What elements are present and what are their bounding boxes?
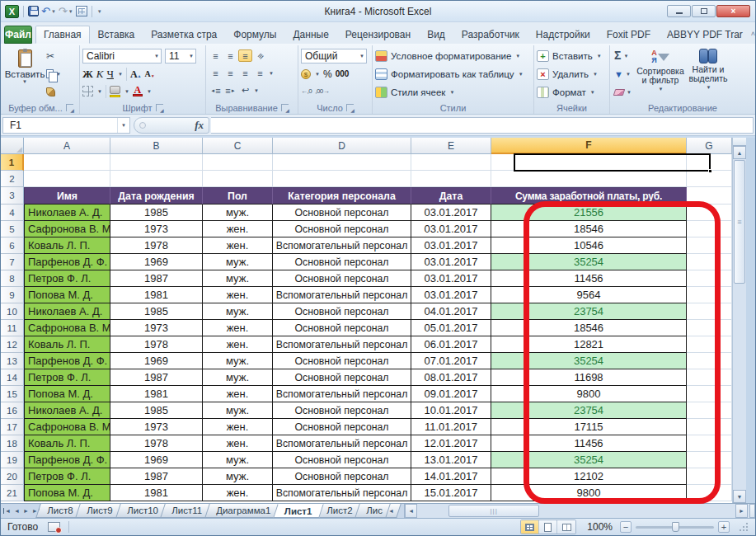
number-format-select[interactable]: Общий▼ (301, 49, 367, 63)
cell-salary[interactable]: 35254 (491, 254, 687, 270)
cell-birth-year[interactable]: 1973 (110, 320, 203, 336)
header-salary[interactable]: Сумма заработной платы, руб. (491, 187, 687, 205)
cell-empty[interactable] (687, 287, 732, 303)
cell-gender[interactable]: жен. (203, 435, 273, 452)
ribbon-tab[interactable]: Формулы (225, 26, 284, 44)
macro-record-icon[interactable] (48, 522, 60, 532)
cell-gender[interactable]: муж. (203, 303, 273, 320)
cell-gender[interactable]: жен. (203, 485, 273, 501)
maximize-button[interactable] (692, 5, 716, 17)
cell-date[interactable]: 03.01.2017 (411, 221, 491, 237)
cell-salary[interactable]: 18546 (491, 221, 687, 237)
cell-salary[interactable]: 10546 (491, 237, 687, 254)
row-header[interactable]: 21 (1, 485, 24, 501)
header-gender[interactable]: Пол (203, 187, 273, 205)
cell-birth-year[interactable]: 1985 (110, 402, 203, 419)
cell-empty[interactable] (687, 187, 732, 205)
cell-name[interactable]: Коваль Л. П. (24, 237, 110, 254)
align-center-button[interactable]: ≡ (223, 67, 237, 79)
cell-date[interactable]: 05.01.2017 (411, 320, 491, 336)
cell-category[interactable]: Основной персонал (273, 419, 411, 435)
undo-button[interactable]: ↶▼ (41, 5, 56, 17)
row-header[interactable]: 14 (1, 369, 24, 386)
zoom-slider[interactable] (636, 526, 714, 529)
cell-category[interactable]: Вспомогательный персонал (273, 336, 411, 353)
normal-view-button[interactable] (521, 520, 539, 534)
paste-button[interactable]: Вставить ▼ (5, 47, 45, 101)
row-header[interactable]: 8 (1, 270, 24, 287)
cell-salary[interactable]: 21556 (491, 205, 687, 221)
horizontal-scrollbar[interactable]: ◄ ||| ► (404, 504, 755, 518)
cell-salary[interactable]: 23754 (491, 303, 687, 320)
minimize-button[interactable] (667, 5, 691, 17)
header-category[interactable]: Категория персонала (273, 187, 411, 205)
cell-date[interactable]: 03.01.2017 (411, 205, 491, 221)
decrease-decimal-button[interactable]: ,00→ (315, 87, 329, 95)
row-header[interactable]: 17 (1, 419, 24, 435)
zoom-slider-thumb[interactable] (672, 522, 679, 532)
cell-salary[interactable]: 11456 (491, 270, 687, 287)
cell-empty[interactable] (687, 435, 732, 452)
row-header[interactable]: 10 (1, 303, 24, 320)
row-header[interactable]: 2 (1, 171, 24, 187)
cell-date[interactable]: 14.01.2017 (411, 468, 491, 485)
cell-gender[interactable]: муж. (203, 402, 273, 419)
fx-icon[interactable]: fx (195, 119, 204, 132)
row-header[interactable]: 12 (1, 336, 24, 353)
collapse-ribbon-icon[interactable]: ˄ (751, 30, 755, 38)
cell-category[interactable]: Вспомогательный персонал (273, 485, 411, 501)
cell-name[interactable]: Коваль Л. П. (24, 435, 110, 452)
cell-empty[interactable] (687, 237, 732, 254)
currency-format-icon[interactable]: $ (301, 69, 311, 79)
cell-empty[interactable] (203, 154, 273, 171)
cell-empty[interactable] (110, 154, 203, 171)
cell-date[interactable]: 03.01.2017 (411, 270, 491, 287)
cell-empty[interactable] (687, 254, 732, 270)
column-header-g[interactable]: G (687, 138, 732, 154)
row-header[interactable]: 5 (1, 221, 24, 237)
cell-birth-year[interactable]: 1981 (110, 386, 203, 402)
page-layout-view-button[interactable] (539, 520, 557, 534)
row-header[interactable]: 4 (1, 205, 24, 221)
name-box[interactable]: F1 ▼ (2, 117, 130, 134)
cell-empty[interactable] (687, 320, 732, 336)
cell-date[interactable]: 09.01.2017 (411, 386, 491, 402)
fill-button[interactable]: ▼▼ (614, 68, 632, 80)
cell-salary[interactable]: 9800 (491, 485, 687, 501)
underline-button[interactable]: Ч (107, 68, 114, 81)
cell-gender[interactable]: муж. (203, 369, 273, 386)
cell-name[interactable]: Парфенов Д. Ф. (24, 254, 110, 270)
cells-menu-button[interactable]: Формат ▼ (537, 84, 607, 101)
cell-date[interactable]: 04.01.2017 (411, 303, 491, 320)
cell-birth-year[interactable]: 1987 (110, 468, 203, 485)
cut-button[interactable]: ✂ (46, 49, 61, 62)
cell-empty[interactable] (687, 419, 732, 435)
cell-gender[interactable]: жен. (203, 287, 273, 303)
horizontal-scroll-thumb[interactable]: ||| (448, 505, 539, 517)
cell-gender[interactable]: жен. (203, 386, 273, 402)
split-handle[interactable] (733, 138, 746, 146)
cell-birth-year[interactable]: 1969 (110, 353, 203, 369)
ribbon-tab[interactable]: Вставка (90, 26, 143, 44)
cell-date[interactable]: 03.01.2017 (411, 237, 491, 254)
tab-split-handle[interactable] (749, 504, 755, 518)
cell-name[interactable]: Петров Ф. Л. (24, 468, 110, 485)
ribbon-tab[interactable]: Надстройки (528, 26, 599, 44)
cell-empty[interactable] (273, 171, 411, 187)
font-size-select[interactable]: 11▼ (165, 49, 196, 63)
column-header-a[interactable]: A (24, 138, 110, 154)
cell-birth-year[interactable]: 1978 (110, 435, 203, 452)
cell-name[interactable]: Николаев А. Д. (24, 205, 110, 221)
ribbon-tab[interactable]: ABBYY PDF Trar (659, 26, 751, 44)
sort-filter-button[interactable]: АЯ Сортировка и фильтр ▼ (636, 47, 684, 101)
cell-category[interactable]: Вспомогательный персонал (273, 287, 411, 303)
cell-empty[interactable] (687, 485, 732, 501)
cell-empty[interactable] (687, 452, 732, 468)
cell-birth-year[interactable]: 1978 (110, 336, 203, 353)
cell-date[interactable]: 11.01.2017 (411, 419, 491, 435)
vertical-scroll-thumb[interactable]: ≡ (734, 160, 745, 284)
cell-category[interactable]: Основной персонал (273, 369, 411, 386)
italic-button[interactable]: К (96, 68, 104, 81)
comma-format-button[interactable]: 000 (336, 69, 350, 78)
cell-empty[interactable] (687, 221, 732, 237)
